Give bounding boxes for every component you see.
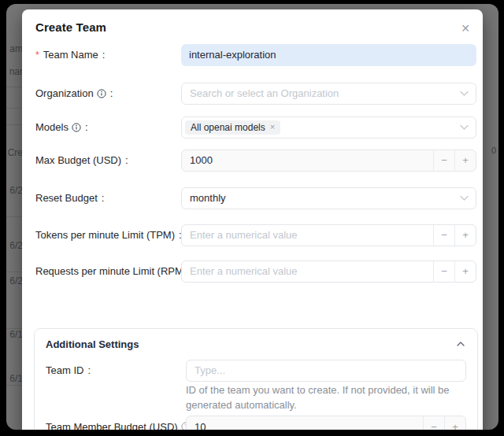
- background-text-fragment: 6/1: [6, 373, 23, 384]
- label-colon: :: [102, 49, 106, 61]
- increment-button[interactable]: +: [454, 261, 476, 282]
- required-mark: *: [35, 50, 39, 61]
- models-label: Models :: [35, 121, 181, 133]
- tpm-row: Tokens per minute Limit (TPM) : − +: [35, 224, 476, 246]
- background-text-fragment: 0: [491, 146, 498, 155]
- info-icon: [97, 89, 106, 98]
- decrement-button[interactable]: −: [433, 150, 454, 171]
- create-team-modal: Create Team ✕ * Team Name : Organization…: [22, 9, 483, 430]
- background-text-fragment: 6/2: [6, 185, 23, 196]
- team-id-label-text: Team ID: [46, 364, 83, 376]
- team-id-input[interactable]: [186, 360, 466, 382]
- tpm-label: Tokens per minute Limit (TPM) :: [35, 229, 181, 241]
- increment-button[interactable]: +: [454, 150, 476, 171]
- tpm-label-text: Tokens per minute Limit (TPM): [35, 229, 175, 241]
- rpm-label-text: Requests per minute Limit (RPM): [35, 265, 187, 277]
- background-text-fragment: am: [6, 43, 23, 54]
- reset-budget-value: monthly: [190, 192, 226, 204]
- chevron-down-icon: [460, 124, 469, 130]
- model-tag-label: All openai models: [191, 122, 265, 133]
- background-text-fragment: 6/2: [6, 240, 23, 251]
- info-icon: [72, 123, 81, 132]
- team-name-row: * Team Name :: [35, 44, 476, 66]
- chevron-down-icon: [460, 195, 469, 201]
- additional-settings-card: Additional Settings Team ID : ID of the …: [34, 328, 478, 430]
- label-colon: :: [110, 87, 113, 99]
- background-text-fragment: 6/2: [6, 275, 23, 286]
- background-table-line: [6, 272, 23, 272]
- team-member-budget-label-text: Team Member Budget (USD): [46, 421, 178, 430]
- models-label-text: Models: [35, 121, 69, 133]
- background-table-line: [6, 87, 23, 87]
- team-member-budget-label: Team Member Budget (USD) ? :: [46, 421, 186, 430]
- close-icon[interactable]: ✕: [459, 20, 472, 37]
- background-text-fragment: 6/1: [6, 329, 23, 340]
- team-id-help-text: ID of the team you want to create. If no…: [186, 383, 466, 413]
- background-text-fragment: nar: [6, 66, 23, 77]
- label-colon: :: [85, 121, 88, 133]
- rpm-label: Requests per minute Limit (RPM) :: [35, 265, 181, 277]
- team-member-budget-row: Team Member Budget (USD) ? : − +: [46, 416, 466, 430]
- chevron-down-icon: [460, 91, 469, 96]
- rpm-row: Requests per minute Limit (RPM) : − +: [35, 260, 476, 283]
- chevron-up-icon: [457, 342, 465, 346]
- max-budget-row: Max Budget (USD) : − +: [35, 150, 476, 172]
- team-id-row: Team ID :: [46, 360, 466, 382]
- organization-placeholder: Search or select an Organization: [190, 87, 339, 99]
- max-budget-input[interactable]: [182, 150, 433, 171]
- tpm-number-input: − +: [181, 224, 476, 246]
- background-table-line: [6, 124, 23, 125]
- rpm-input[interactable]: [182, 261, 433, 282]
- model-tag: All openai models ×: [185, 120, 280, 135]
- decrement-button[interactable]: −: [423, 416, 444, 430]
- additional-settings-header[interactable]: Additional Settings: [46, 338, 466, 350]
- background-table-line: [6, 328, 23, 329]
- organization-row: Organization : Search or select an Organ…: [35, 83, 476, 105]
- models-row: Models : All openai models ×: [35, 116, 476, 139]
- team-name-input[interactable]: [181, 44, 476, 66]
- team-id-label: Team ID :: [46, 364, 186, 376]
- team-name-label: * Team Name :: [35, 49, 181, 61]
- background-table-line: [6, 385, 23, 386]
- max-budget-number-input: − +: [181, 150, 476, 172]
- team-id-help-row: ID of the team you want to create. If no…: [46, 383, 466, 413]
- team-member-budget-input[interactable]: [187, 416, 423, 430]
- modal-title: Create Team: [35, 20, 106, 34]
- decrement-button[interactable]: −: [433, 225, 454, 246]
- background-text-fragment: Cre: [6, 147, 23, 158]
- reset-budget-select[interactable]: monthly: [181, 187, 476, 209]
- background-table-line: [6, 216, 23, 217]
- label-colon: :: [87, 364, 91, 376]
- background-table-line: [6, 108, 23, 109]
- max-budget-label: Max Budget (USD) :: [35, 154, 181, 166]
- modal-header: Create Team ✕: [35, 20, 476, 37]
- reset-budget-label: Reset Budget :: [35, 192, 181, 204]
- increment-button[interactable]: +: [454, 225, 476, 246]
- team-name-label-text: Team Name: [43, 49, 98, 61]
- rpm-number-input: − +: [181, 260, 476, 283]
- reset-budget-label-text: Reset Budget: [35, 192, 98, 204]
- organization-label-text: Organization: [35, 87, 94, 99]
- increment-button[interactable]: +: [444, 416, 465, 430]
- team-member-budget-number-input: − +: [186, 416, 466, 430]
- reset-budget-row: Reset Budget : monthly: [35, 187, 476, 209]
- additional-settings-title: Additional Settings: [46, 338, 139, 350]
- label-colon: :: [102, 192, 105, 204]
- max-budget-label-text: Max Budget (USD): [35, 154, 121, 166]
- dimmed-background-page: am nar Cre 6/2 6/2 6/2 6/1 6/1 0 Create …: [6, 4, 498, 430]
- organization-select[interactable]: Search or select an Organization: [181, 83, 476, 105]
- tpm-input[interactable]: [182, 225, 433, 246]
- label-colon: :: [125, 154, 128, 166]
- organization-label: Organization :: [35, 87, 181, 99]
- decrement-button[interactable]: −: [433, 261, 454, 282]
- models-select[interactable]: All openai models ×: [181, 116, 476, 139]
- tag-remove-icon[interactable]: ×: [270, 123, 275, 131]
